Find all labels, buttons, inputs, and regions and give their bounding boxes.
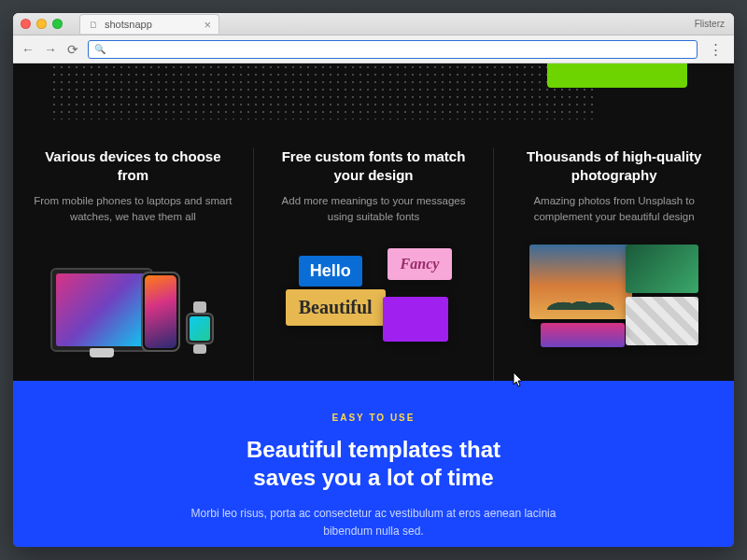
browser-window: 🗋 shotsnapp × Flisterz ← → ⟳ 🔍 ⋮ Various…: [13, 13, 734, 547]
page-content: Various devices to choose from From mobi…: [13, 63, 734, 547]
monitor-stand: [90, 348, 114, 357]
photo-thumb: [541, 323, 625, 347]
close-tab-button[interactable]: ×: [204, 19, 211, 31]
section-body: Morbi leo risus, porta ac consectetur ac…: [177, 505, 570, 540]
watch-band: [193, 344, 206, 354]
browser-menu-button[interactable]: ⋮: [705, 41, 726, 58]
forward-button[interactable]: →: [43, 42, 58, 57]
photo-thumb: [626, 297, 698, 345]
section-heading: Beautiful templates that saves you a lot…: [88, 436, 659, 492]
font-card-beautiful: Beautiful: [286, 289, 386, 326]
close-window-button[interactable]: [21, 19, 31, 29]
section-eyebrow: EASY TO USE: [88, 413, 659, 423]
feature-title: Free custom fonts to match your design: [273, 147, 475, 184]
browser-tab[interactable]: 🗋 shotsnapp ×: [79, 14, 219, 34]
feature-fonts: Free custom fonts to match your design A…: [253, 147, 494, 381]
feature-photos: Thousands of high-quality photography Am…: [493, 147, 734, 381]
back-button[interactable]: ←: [21, 42, 35, 57]
templates-section: EASY TO USE Beautiful templates that sav…: [13, 381, 734, 547]
feature-desc: Amazing photos from Unsplash to compleme…: [513, 193, 715, 226]
font-card-purple: [383, 297, 448, 342]
feature-illustration: [32, 245, 234, 352]
watch-band: [193, 301, 206, 313]
feature-title: Various devices to choose from: [32, 147, 234, 184]
feature-title: Thousands of high-quality photography: [513, 147, 715, 184]
reload-button[interactable]: ⟳: [65, 42, 80, 57]
traffic-lights: [21, 19, 63, 29]
window-titlebar: 🗋 shotsnapp × Flisterz: [13, 13, 734, 35]
profile-label: Flisterz: [695, 19, 725, 29]
green-accent: [547, 63, 687, 88]
feature-desc: Add more meanings to your messages using…: [273, 193, 475, 226]
feature-illustration: Hello Fancy Beautiful: [273, 245, 475, 352]
url-input[interactable]: 🔍: [88, 40, 698, 59]
watch-icon: [186, 313, 214, 344]
feature-illustration: [513, 245, 715, 352]
phone-icon: [141, 272, 180, 352]
photo-thumb: [626, 245, 698, 293]
dots-pattern: [50, 63, 594, 119]
maximize-window-button[interactable]: [52, 19, 63, 29]
feature-devices: Various devices to choose from From mobi…: [13, 147, 253, 381]
monitor-icon: [50, 268, 153, 352]
font-card-fancy: Fancy: [388, 248, 453, 280]
page-icon: 🗋: [88, 19, 99, 30]
address-bar: ← → ⟳ 🔍 ⋮: [13, 35, 734, 63]
search-icon: 🔍: [94, 44, 106, 54]
minimize-window-button[interactable]: [36, 19, 47, 29]
font-card-hello: Hello: [299, 256, 362, 287]
photo-thumb: [529, 245, 632, 319]
tab-title: shotsnapp: [105, 19, 198, 30]
feature-desc: From mobile phones to laptops and smart …: [32, 193, 234, 226]
